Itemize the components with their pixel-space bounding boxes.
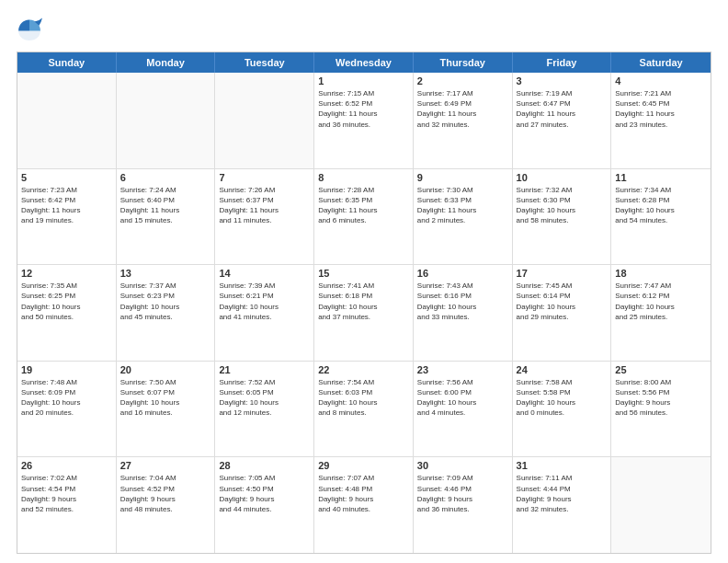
- header-tuesday: Tuesday: [215, 52, 314, 73]
- day-info: Sunrise: 8:00 AM Sunset: 5:56 PM Dayligh…: [615, 377, 707, 419]
- calendar-row-0: 1Sunrise: 7:15 AM Sunset: 6:52 PM Daylig…: [17, 73, 711, 169]
- day-info: Sunrise: 7:17 AM Sunset: 6:49 PM Dayligh…: [417, 88, 508, 130]
- calendar-cell: 31Sunrise: 7:11 AM Sunset: 4:44 PM Dayli…: [513, 457, 612, 553]
- day-info: Sunrise: 7:56 AM Sunset: 6:00 PM Dayligh…: [417, 377, 508, 419]
- day-number: 7: [219, 172, 310, 183]
- calendar-cell: 7Sunrise: 7:26 AM Sunset: 6:37 PM Daylig…: [215, 169, 314, 265]
- day-info: Sunrise: 7:54 AM Sunset: 6:03 PM Dayligh…: [318, 377, 409, 419]
- day-number: 13: [120, 268, 211, 279]
- calendar-cell: 2Sunrise: 7:17 AM Sunset: 6:49 PM Daylig…: [414, 73, 513, 168]
- calendar-cell: 22Sunrise: 7:54 AM Sunset: 6:03 PM Dayli…: [314, 362, 414, 457]
- calendar-cell: 26Sunrise: 7:02 AM Sunset: 4:54 PM Dayli…: [17, 457, 117, 553]
- calendar-cell: 8Sunrise: 7:28 AM Sunset: 6:35 PM Daylig…: [314, 169, 414, 265]
- calendar-row-1: 5Sunrise: 7:23 AM Sunset: 6:42 PM Daylig…: [17, 169, 711, 266]
- calendar-cell: 20Sunrise: 7:50 AM Sunset: 6:07 PM Dayli…: [117, 362, 216, 457]
- day-number: 14: [219, 268, 310, 279]
- day-number: 12: [21, 268, 112, 279]
- day-number: 31: [517, 460, 608, 471]
- day-info: Sunrise: 7:04 AM Sunset: 4:52 PM Dayligh…: [120, 473, 211, 514]
- calendar-cell: 21Sunrise: 7:52 AM Sunset: 6:05 PM Dayli…: [215, 362, 314, 457]
- day-info: Sunrise: 7:11 AM Sunset: 4:44 PM Dayligh…: [517, 473, 608, 514]
- calendar-cell: 15Sunrise: 7:41 AM Sunset: 6:18 PM Dayli…: [314, 265, 414, 361]
- header-sunday: Sunday: [17, 52, 117, 73]
- day-number: 19: [21, 364, 112, 375]
- day-info: Sunrise: 7:28 AM Sunset: 6:35 PM Dayligh…: [318, 185, 409, 226]
- day-info: Sunrise: 7:50 AM Sunset: 6:07 PM Dayligh…: [120, 377, 211, 419]
- day-number: 5: [21, 172, 112, 183]
- day-number: 26: [21, 460, 112, 471]
- day-info: Sunrise: 7:09 AM Sunset: 4:46 PM Dayligh…: [417, 473, 508, 514]
- day-number: 25: [615, 364, 707, 375]
- header-friday: Friday: [513, 52, 612, 73]
- logo-icon: [17, 17, 42, 42]
- day-info: Sunrise: 7:05 AM Sunset: 4:50 PM Dayligh…: [219, 473, 310, 514]
- calendar-cell: 6Sunrise: 7:24 AM Sunset: 6:40 PM Daylig…: [117, 169, 216, 265]
- day-number: 11: [615, 172, 707, 183]
- day-info: Sunrise: 7:23 AM Sunset: 6:42 PM Dayligh…: [21, 185, 112, 226]
- calendar-cell: 13Sunrise: 7:37 AM Sunset: 6:23 PM Dayli…: [117, 265, 216, 361]
- calendar-cell: 25Sunrise: 8:00 AM Sunset: 5:56 PM Dayli…: [611, 362, 711, 457]
- calendar-cell: 16Sunrise: 7:43 AM Sunset: 6:16 PM Dayli…: [414, 265, 513, 361]
- day-info: Sunrise: 7:34 AM Sunset: 6:28 PM Dayligh…: [615, 185, 707, 226]
- header-thursday: Thursday: [414, 52, 513, 73]
- day-info: Sunrise: 7:24 AM Sunset: 6:40 PM Dayligh…: [120, 185, 211, 226]
- calendar-cell: 12Sunrise: 7:35 AM Sunset: 6:25 PM Dayli…: [17, 265, 117, 361]
- calendar-cell: [17, 73, 117, 168]
- day-number: 30: [417, 460, 508, 471]
- calendar-cell: 10Sunrise: 7:32 AM Sunset: 6:30 PM Dayli…: [513, 169, 612, 265]
- day-number: 3: [517, 75, 608, 86]
- header-wednesday: Wednesday: [314, 52, 414, 73]
- calendar-cell: 11Sunrise: 7:34 AM Sunset: 6:28 PM Dayli…: [611, 169, 711, 265]
- day-info: Sunrise: 7:32 AM Sunset: 6:30 PM Dayligh…: [517, 185, 608, 226]
- day-number: 24: [517, 364, 608, 375]
- page: Sunday Monday Tuesday Wednesday Thursday…: [0, 0, 728, 563]
- calendar-cell: 14Sunrise: 7:39 AM Sunset: 6:21 PM Dayli…: [215, 265, 314, 361]
- calendar-cell: 28Sunrise: 7:05 AM Sunset: 4:50 PM Dayli…: [215, 457, 314, 553]
- calendar-cell: [215, 73, 314, 168]
- day-number: 27: [120, 460, 211, 471]
- calendar-body: 1Sunrise: 7:15 AM Sunset: 6:52 PM Daylig…: [17, 73, 711, 553]
- day-number: 8: [318, 172, 409, 183]
- day-info: Sunrise: 7:58 AM Sunset: 5:58 PM Dayligh…: [517, 377, 608, 419]
- calendar-row-2: 12Sunrise: 7:35 AM Sunset: 6:25 PM Dayli…: [17, 265, 711, 362]
- day-number: 2: [417, 75, 508, 86]
- day-info: Sunrise: 7:52 AM Sunset: 6:05 PM Dayligh…: [219, 377, 310, 419]
- day-number: 15: [318, 268, 409, 279]
- day-info: Sunrise: 7:48 AM Sunset: 6:09 PM Dayligh…: [21, 377, 112, 419]
- day-info: Sunrise: 7:39 AM Sunset: 6:21 PM Dayligh…: [219, 281, 310, 322]
- day-number: 10: [517, 172, 608, 183]
- day-info: Sunrise: 7:43 AM Sunset: 6:16 PM Dayligh…: [417, 281, 508, 322]
- day-info: Sunrise: 7:02 AM Sunset: 4:54 PM Dayligh…: [21, 473, 112, 514]
- day-info: Sunrise: 7:19 AM Sunset: 6:47 PM Dayligh…: [517, 88, 608, 130]
- day-number: 4: [615, 75, 707, 86]
- calendar-cell: 19Sunrise: 7:48 AM Sunset: 6:09 PM Dayli…: [17, 362, 117, 457]
- calendar-cell: 23Sunrise: 7:56 AM Sunset: 6:00 PM Dayli…: [414, 362, 513, 457]
- calendar-header: Sunday Monday Tuesday Wednesday Thursday…: [17, 52, 711, 73]
- day-info: Sunrise: 7:45 AM Sunset: 6:14 PM Dayligh…: [517, 281, 608, 322]
- day-number: 21: [219, 364, 310, 375]
- logo: [17, 17, 46, 42]
- calendar-cell: 24Sunrise: 7:58 AM Sunset: 5:58 PM Dayli…: [513, 362, 612, 457]
- day-number: 23: [417, 364, 508, 375]
- day-number: 18: [615, 268, 707, 279]
- calendar-cell: 29Sunrise: 7:07 AM Sunset: 4:48 PM Dayli…: [314, 457, 414, 553]
- day-info: Sunrise: 7:37 AM Sunset: 6:23 PM Dayligh…: [120, 281, 211, 322]
- calendar-row-3: 19Sunrise: 7:48 AM Sunset: 6:09 PM Dayli…: [17, 362, 711, 458]
- calendar-cell: 18Sunrise: 7:47 AM Sunset: 6:12 PM Dayli…: [611, 265, 711, 361]
- header-monday: Monday: [117, 52, 216, 73]
- calendar-cell: 1Sunrise: 7:15 AM Sunset: 6:52 PM Daylig…: [314, 73, 414, 168]
- header: [17, 17, 711, 42]
- header-saturday: Saturday: [611, 52, 711, 73]
- calendar-cell: 9Sunrise: 7:30 AM Sunset: 6:33 PM Daylig…: [414, 169, 513, 265]
- day-number: 16: [417, 268, 508, 279]
- day-info: Sunrise: 7:30 AM Sunset: 6:33 PM Dayligh…: [417, 185, 508, 226]
- day-number: 29: [318, 460, 409, 471]
- day-info: Sunrise: 7:15 AM Sunset: 6:52 PM Dayligh…: [318, 88, 409, 130]
- calendar-cell: 27Sunrise: 7:04 AM Sunset: 4:52 PM Dayli…: [117, 457, 216, 553]
- day-number: 20: [120, 364, 211, 375]
- calendar-cell: [117, 73, 216, 168]
- calendar-cell: 17Sunrise: 7:45 AM Sunset: 6:14 PM Dayli…: [513, 265, 612, 361]
- day-number: 9: [417, 172, 508, 183]
- calendar-row-4: 26Sunrise: 7:02 AM Sunset: 4:54 PM Dayli…: [17, 457, 711, 553]
- day-info: Sunrise: 7:21 AM Sunset: 6:45 PM Dayligh…: [615, 88, 707, 130]
